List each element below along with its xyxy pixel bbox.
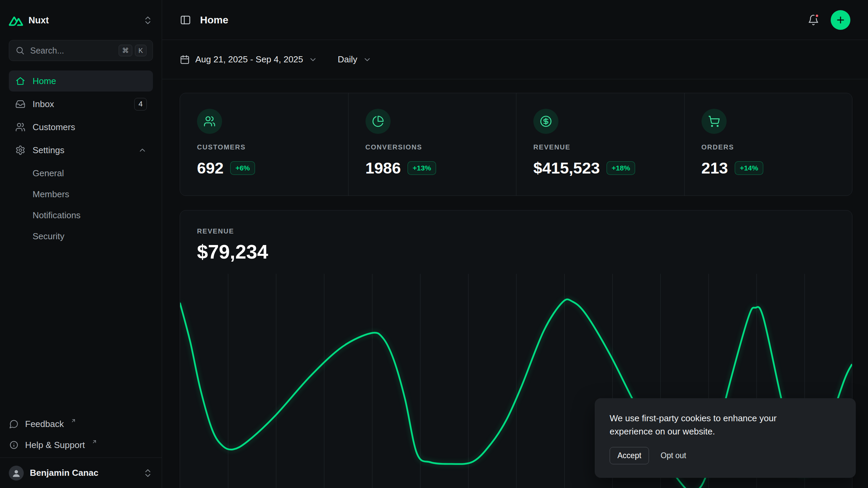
calendar-icon	[180, 55, 190, 65]
stat-delta-badge: +13%	[408, 161, 436, 175]
workspace-switcher[interactable]: Nuxt	[9, 13, 49, 27]
sidebar-subitem-security[interactable]: Security	[9, 226, 153, 247]
stat-value: 692	[197, 159, 223, 177]
granularity-label: Daily	[338, 54, 357, 65]
feedback-label: Feedback	[25, 419, 64, 429]
sidebar-item-inbox[interactable]: Inbox 4	[9, 94, 153, 115]
app-root: Nuxt Search... ⌘ K Home	[0, 0, 868, 488]
sidebar-item-settings[interactable]: Settings	[9, 140, 153, 161]
feedback-link[interactable]: Feedback	[9, 413, 153, 434]
revenue-chart-value: $79,234	[197, 241, 835, 263]
sidebar-item-label: Inbox	[33, 99, 54, 109]
info-circle-icon	[9, 440, 19, 450]
page-title: Home	[200, 14, 228, 26]
users-icon	[15, 122, 26, 133]
date-range-picker[interactable]: Aug 21, 2025 - Sep 4, 2025	[180, 54, 317, 65]
plus-icon	[835, 15, 846, 25]
inbox-icon	[15, 99, 26, 109]
granularity-select[interactable]: Daily	[338, 54, 372, 65]
stat-card-orders: ORDERS 213 +14%	[684, 93, 852, 196]
users-icon	[197, 109, 222, 134]
shopping-cart-icon	[702, 109, 727, 134]
chevron-up-icon	[138, 146, 147, 155]
stat-label: ORDERS	[702, 143, 835, 151]
sidebar-nav: Home Inbox 4 Customers Settings	[9, 70, 153, 247]
chat-bubble-icon	[9, 419, 19, 429]
cookie-consent-toast: We use first-party cookies to enhance yo…	[595, 398, 856, 478]
user-name: Benjamin Canac	[30, 468, 98, 478]
chevron-down-icon	[363, 55, 372, 64]
stat-label: REVENUE	[533, 143, 667, 151]
sidebar-item-label: Home	[33, 76, 56, 86]
settings-subnav: General Members Notifications Security	[9, 163, 153, 247]
chevron-down-icon	[309, 55, 317, 64]
workspace-row: Nuxt	[9, 9, 153, 31]
gear-icon	[15, 145, 26, 156]
chevrons-up-down-icon[interactable]	[143, 15, 153, 25]
date-range-label: Aug 21, 2025 - Sep 4, 2025	[195, 54, 303, 65]
notification-dot	[814, 13, 820, 18]
stat-value: 213	[702, 159, 728, 177]
accept-cookies-button[interactable]: Accept	[610, 447, 649, 464]
search-shortcut: ⌘ K	[119, 45, 146, 56]
search-input[interactable]: Search... ⌘ K	[9, 40, 153, 61]
stat-card-customers: CUSTOMERS 692 +6%	[180, 93, 348, 196]
stat-label: CONVERSIONS	[366, 143, 499, 151]
stat-delta-badge: +14%	[735, 161, 763, 175]
topbar: Home	[162, 0, 868, 40]
sidebar-footer-links: Feedback Help & Support	[9, 413, 153, 458]
stat-label: CUSTOMERS	[197, 143, 331, 151]
search-icon	[15, 46, 25, 55]
nuxt-logo-icon	[9, 13, 23, 27]
filters-toolbar: Aug 21, 2025 - Sep 4, 2025 Daily	[162, 40, 868, 79]
notifications-button[interactable]	[808, 14, 819, 26]
stats-card: CUSTOMERS 692 +6% CONVERSIONS 1986 +13%	[180, 93, 852, 196]
stat-value: $415,523	[533, 159, 600, 177]
stat-value: 1986	[366, 159, 401, 177]
stat-card-conversions: CONVERSIONS 1986 +13%	[348, 93, 516, 196]
avatar	[9, 466, 24, 481]
home-icon	[15, 76, 26, 86]
cookie-actions: Accept Opt out	[610, 447, 841, 464]
chevrons-up-down-icon	[143, 468, 153, 478]
k-keycap: K	[135, 45, 146, 56]
sidebar-subitem-notifications[interactable]: Notifications	[9, 205, 153, 226]
topbar-actions	[808, 10, 850, 30]
sidebar-item-home[interactable]: Home	[9, 70, 153, 92]
help-support-link[interactable]: Help & Support	[9, 434, 153, 455]
sidebar-spacer	[9, 247, 153, 413]
stat-delta-badge: +18%	[607, 161, 635, 175]
stat-card-revenue: REVENUE $415,523 +18%	[516, 93, 684, 196]
new-item-button[interactable]	[831, 10, 850, 30]
sidebar-subitem-general[interactable]: General	[9, 163, 153, 184]
cmd-keycap: ⌘	[119, 45, 132, 56]
sidebar-item-customers[interactable]: Customers	[9, 117, 153, 138]
external-link-icon	[71, 418, 76, 424]
sidebar-subitem-members[interactable]: Members	[9, 184, 153, 205]
sidebar: Nuxt Search... ⌘ K Home	[0, 0, 162, 488]
sidebar-toggle-icon[interactable]	[180, 14, 191, 26]
search-placeholder: Search...	[30, 46, 64, 56]
revenue-chart-label: REVENUE	[197, 227, 835, 235]
sidebar-item-label: Settings	[33, 145, 64, 156]
optout-cookies-button[interactable]: Opt out	[660, 451, 686, 460]
help-support-label: Help & Support	[25, 440, 85, 450]
pie-chart-icon	[366, 109, 391, 134]
external-link-icon	[92, 439, 97, 445]
stat-delta-badge: +6%	[230, 161, 255, 175]
revenue-chart-header: REVENUE $79,234	[180, 210, 852, 263]
circle-dollar-icon	[533, 109, 558, 134]
cookie-message: We use first-party cookies to enhance yo…	[610, 412, 820, 438]
sidebar-item-label: Customers	[33, 122, 75, 133]
user-menu[interactable]: Benjamin Canac	[0, 458, 162, 488]
brand-name: Nuxt	[28, 15, 49, 26]
inbox-count-badge: 4	[134, 98, 147, 110]
